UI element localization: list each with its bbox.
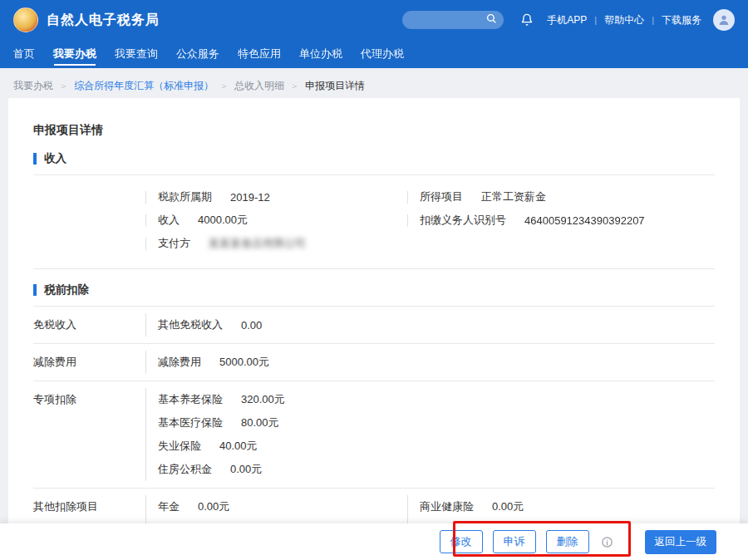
breadcrumb-separator: ＞ bbox=[219, 80, 229, 92]
income-row: 税款所属期 2019-12 所得项目 正常工资薪金 bbox=[33, 185, 715, 209]
field-label: 基本医疗保险 bbox=[158, 415, 223, 430]
income-row: 收入 4000.00元 扣缴义务人识别号 4640059123439039220… bbox=[33, 209, 715, 232]
deduction-item: 其他免税收入 0.00 bbox=[158, 313, 407, 336]
main-nav: 首页 我要办税 我要查询 公众服务 特色应用 单位办税 代理办税 bbox=[0, 40, 748, 68]
appeal-button[interactable]: 申诉 bbox=[493, 530, 536, 553]
field-label: 收入 bbox=[158, 213, 180, 228]
site-logo-icon bbox=[13, 7, 38, 32]
deduction-item: 住房公积金 0.00元 bbox=[158, 458, 407, 481]
nav-item-query[interactable]: 我要查询 bbox=[115, 40, 158, 68]
field-value: 40.00元 bbox=[219, 439, 258, 454]
deductions-section-header: 税前扣除 bbox=[33, 282, 715, 297]
modify-button[interactable]: 修改 bbox=[440, 530, 483, 553]
field-value: 4000.00元 bbox=[198, 213, 248, 228]
field-label: 住房公积金 bbox=[158, 462, 212, 477]
field-label: 税款所属期 bbox=[158, 189, 212, 204]
nav-item-agent-tax[interactable]: 代理办税 bbox=[361, 40, 404, 68]
nav-item-featured-apps[interactable]: 特色应用 bbox=[238, 40, 281, 68]
deduction-item: 基本医疗保险 80.00元 bbox=[158, 411, 407, 435]
breadcrumb-item[interactable]: 总收入明细 bbox=[234, 79, 284, 93]
breadcrumb-item-link[interactable]: 综合所得年度汇算（标准申报） bbox=[74, 79, 214, 93]
deductions-section-title: 税前扣除 bbox=[44, 282, 89, 297]
field-value: 正常工资薪金 bbox=[481, 189, 546, 204]
field-cell: 扣缴义务人识别号 46400591234390392207 bbox=[407, 214, 715, 227]
link-separator: | bbox=[652, 15, 654, 25]
field-value: 320.00元 bbox=[241, 392, 285, 407]
field-label: 基本养老保险 bbox=[158, 392, 223, 407]
divider bbox=[33, 174, 715, 175]
deduction-row: 减除费用 减除费用 5000.00元 bbox=[33, 344, 715, 381]
page: 自然人电子税务局 手机APP | 帮助中心 | 下载服务 bbox=[0, 0, 748, 560]
field-value: 2019-12 bbox=[230, 191, 270, 204]
field-label: 扣缴义务人识别号 bbox=[420, 213, 506, 228]
field-label: 商业健康险 bbox=[420, 499, 474, 514]
field-value-payer-redacted: 某某某食品有限公司 bbox=[209, 236, 306, 251]
nav-item-tax-handling[interactable]: 我要办税 bbox=[53, 40, 96, 68]
field-cell: 减除费用 5000.00元 bbox=[145, 351, 407, 374]
search-input[interactable] bbox=[402, 11, 504, 29]
income-rows: 税款所属期 2019-12 所得项目 正常工资薪金 收入 4000.00元 扣缴… bbox=[33, 185, 715, 255]
deduction-item: 商业健康险 0.00元 bbox=[420, 495, 715, 518]
detail-card: 申报项目详情 收入 税款所属期 2019-12 所得项目 正常工资薪金 bbox=[8, 98, 740, 560]
field-label: 失业保险 bbox=[158, 439, 201, 454]
section-accent-bar bbox=[33, 284, 37, 296]
field-value: 5000.00元 bbox=[219, 355, 269, 370]
field-value-withholding-id: 46400591234390392207 bbox=[524, 214, 645, 227]
income-row: 支付方 某某某食品有限公司 bbox=[33, 232, 715, 255]
field-cell: 收入 4000.00元 bbox=[145, 214, 407, 227]
field-value: 0.00元 bbox=[492, 499, 524, 514]
field-cell: 支付方 某某某食品有限公司 bbox=[145, 238, 407, 250]
deduction-item: 减除费用 5000.00元 bbox=[158, 351, 407, 374]
field-value: 0.00元 bbox=[230, 462, 262, 477]
field-cell: 其他免税收入 0.00 bbox=[145, 313, 407, 336]
field-label: 支付方 bbox=[158, 236, 190, 251]
deduction-row: 专项扣除 基本养老保险 320.00元 基本医疗保险 80.00元 失业保险 4… bbox=[33, 381, 715, 489]
divider bbox=[33, 268, 715, 269]
field-label: 年金 bbox=[158, 499, 180, 514]
deduction-category: 减除费用 bbox=[33, 351, 145, 374]
delete-button[interactable]: 删除 bbox=[546, 530, 589, 553]
section-accent-bar bbox=[33, 153, 37, 165]
notification-bell-icon[interactable] bbox=[520, 13, 534, 27]
breadcrumb-separator: ＞ bbox=[59, 80, 68, 92]
field-cell: 所得项目 正常工资薪金 bbox=[407, 191, 715, 204]
page-title: 申报项目详情 bbox=[33, 123, 715, 138]
field-label: 减除费用 bbox=[158, 355, 201, 370]
top-header: 自然人电子税务局 手机APP | 帮助中心 | 下载服务 bbox=[0, 0, 748, 40]
field-value: 80.00元 bbox=[241, 415, 279, 430]
user-avatar[interactable] bbox=[713, 9, 735, 31]
deduction-item: 基本养老保险 320.00元 bbox=[158, 388, 407, 411]
help-center-link[interactable]: 帮助中心 bbox=[604, 13, 644, 27]
person-icon bbox=[717, 13, 731, 27]
search-icon bbox=[486, 12, 497, 27]
field-cell: 基本养老保险 320.00元 基本医疗保险 80.00元 失业保险 40.00元… bbox=[145, 388, 407, 481]
nav-item-public-service[interactable]: 公众服务 bbox=[176, 40, 219, 68]
top-links: 手机APP | 帮助中心 | 下载服务 bbox=[547, 13, 701, 27]
deduction-category: 其他扣除项目 bbox=[33, 495, 145, 518]
breadcrumb-current: 申报项目详情 bbox=[305, 79, 365, 93]
deduction-row: 免税收入 其他免税收入 0.00 bbox=[33, 307, 715, 344]
breadcrumb-separator: ＞ bbox=[290, 80, 299, 92]
breadcrumb-item[interactable]: 我要办税 bbox=[13, 79, 53, 93]
download-service-link[interactable]: 下载服务 bbox=[662, 13, 701, 27]
link-separator: | bbox=[594, 15, 597, 25]
income-section-title: 收入 bbox=[44, 151, 66, 166]
field-label: 其他免税收入 bbox=[158, 317, 223, 332]
back-to-previous-button[interactable]: 返回上一级 bbox=[645, 530, 717, 554]
nav-item-company-tax[interactable]: 单位办税 bbox=[299, 40, 342, 68]
breadcrumb: 我要办税 ＞ 综合所得年度汇算（标准申报） ＞ 总收入明细 ＞ 申报项目详情 bbox=[0, 68, 748, 93]
field-value: 0.00 bbox=[241, 319, 262, 332]
site-title: 自然人电子税务局 bbox=[47, 12, 160, 29]
deduction-item: 年金 0.00元 bbox=[158, 495, 407, 518]
deduction-category: 专项扣除 bbox=[33, 388, 145, 411]
income-section-header: 收入 bbox=[33, 151, 715, 166]
deduction-category: 免税收入 bbox=[33, 313, 145, 336]
field-value: 0.00元 bbox=[198, 499, 229, 514]
info-icon[interactable] bbox=[601, 536, 613, 548]
mobile-app-link[interactable]: 手机APP bbox=[547, 13, 587, 27]
nav-item-home[interactable]: 首页 bbox=[13, 40, 35, 68]
deduction-item: 失业保险 40.00元 bbox=[158, 435, 407, 458]
field-cell: 税款所属期 2019-12 bbox=[145, 191, 407, 204]
field-label: 所得项目 bbox=[420, 189, 463, 204]
action-footer: 修改 申诉 删除 返回上一级 bbox=[0, 523, 748, 560]
